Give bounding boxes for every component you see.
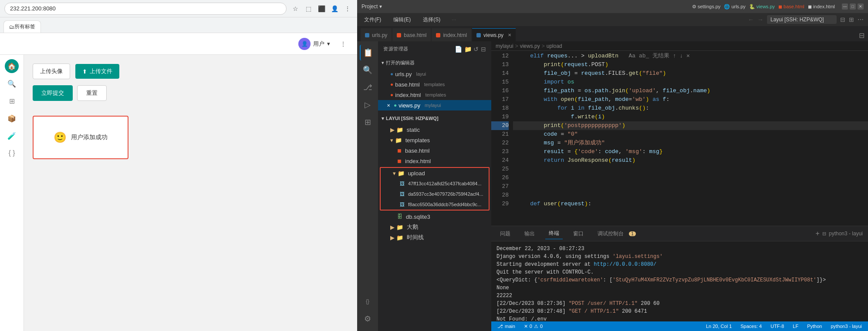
webapp-sidebar-grid[interactable]: ⊞ [5, 94, 19, 108]
activity-git[interactable]: ⎇ [360, 80, 375, 95]
terminal-tab-terminal[interactable]: 终端 [545, 228, 563, 239]
status-eol[interactable]: LF [791, 324, 800, 329]
webapp-sidebar-box[interactable]: 📦 [5, 111, 19, 125]
status-encoding-label: UTF-8 [770, 324, 784, 329]
project-root-header[interactable]: ▾ LAYUI [SSH: HZP&WQ] [378, 112, 491, 124]
open-editors-header[interactable]: ▾ 打开的编辑器 [378, 57, 491, 69]
webapp-sidebar-search[interactable]: 🔍 [5, 77, 19, 90]
status-branch[interactable]: ⎇ main [496, 324, 517, 329]
breadcrumb-sep2: > [542, 43, 545, 49]
activity-explorer[interactable]: 📋 [360, 45, 375, 60]
terminal-content[interactable]: December 22, 2023 - 08:27:23 Django vers… [491, 241, 868, 321]
submit-button[interactable]: 立即提交 [33, 85, 73, 101]
line-numbers: 12 13 14 15 16 17 18 19 20 21 22 23 24 2… [491, 51, 513, 226]
extension-icon[interactable]: ⬚ [303, 3, 314, 14]
urls-py-titlebar-tab[interactable]: 🌐 urls.py [724, 4, 745, 10]
user-menu-button[interactable]: 👤 用户 ▾ [294, 35, 334, 53]
tree-folder-timeline[interactable]: ▶ 📁 时间线 [378, 232, 491, 243]
code-editor[interactable]: 12 13 14 15 16 17 18 19 20 21 22 23 24 2… [491, 51, 868, 226]
menu-file[interactable]: 文件(F) [361, 14, 384, 25]
refresh-icon[interactable]: ↺ [473, 46, 479, 53]
address-input[interactable] [4, 3, 287, 15]
status-line-col[interactable]: Ln 20, Col 1 [704, 324, 733, 329]
star-icon[interactable]: ☆ [290, 3, 301, 14]
close-button[interactable]: ✕ [858, 3, 864, 10]
terminal-add-icon[interactable]: + [816, 230, 820, 237]
tree-templates[interactable]: ▾ 📁 templates [378, 135, 491, 145]
base-html-tree-label: base.html [405, 147, 429, 154]
new-file-icon[interactable]: 📄 [455, 46, 463, 53]
open-file-base-html[interactable]: ● base.html templates [378, 79, 491, 90]
tree-folder-da-e[interactable]: ▶ 📁 大鹅 [378, 222, 491, 232]
activity-debug[interactable]: ▷ [360, 97, 375, 113]
status-errors[interactable]: ✕ 0 ⚠ 0 [522, 324, 544, 329]
terminal-badge: 1 [629, 231, 636, 236]
tab-index-html[interactable]: index.html [432, 28, 471, 41]
code-content[interactable]: elif reques... > uploadBtn Aa ab_ 无结果 ↑ … [513, 51, 868, 226]
close-file-views-icon[interactable]: ✕ [387, 103, 390, 108]
new-folder-icon[interactable]: 📁 [464, 46, 472, 53]
activity-search[interactable]: 🔍 [360, 62, 375, 78]
views-py-titlebar-tab[interactable]: 🐍 views.py [749, 4, 775, 10]
activity-json[interactable]: {} [360, 294, 375, 309]
folder-icon: 🗂 [9, 24, 14, 30]
nav-forward[interactable]: → [757, 16, 763, 23]
tree-upload-file-1[interactable]: 🖼 47ff13cc412a8d25c437fcab4084... [381, 178, 489, 189]
nav-back[interactable]: ← [748, 16, 754, 23]
tree-index-html[interactable]: ◼ index.html [378, 156, 491, 166]
tree-upload-folder[interactable]: ▾ 📁 upload [381, 168, 489, 178]
settings-icon[interactable]: ⋮ [338, 39, 348, 49]
webapp-sidebar-flask[interactable]: 🧪 [5, 129, 19, 143]
more-options-icon[interactable]: ⋯ [858, 16, 864, 23]
minimize-button[interactable]: — [842, 3, 848, 10]
layout-icon[interactable]: ⊟ [840, 16, 845, 23]
index-html-file-icon: ● [390, 92, 393, 98]
activity-extensions[interactable]: ⊞ [360, 114, 375, 130]
browser-tab-folder[interactable]: 🗂 所有标签 [3, 20, 41, 33]
webapp-sidebar-home[interactable]: 🏠 [5, 59, 19, 73]
upload-file-1-label: 47ff13cc412a8d25c437fcab4084... [408, 181, 482, 186]
terminal-tab-output[interactable]: 输出 [521, 228, 538, 239]
upload-file-button[interactable]: ⬆ 上传文件 [75, 64, 119, 79]
cast-icon[interactable]: ⬛ [316, 3, 327, 14]
index-html-titlebar-tab[interactable]: ◼ index.html [808, 4, 835, 10]
tab-views-py[interactable]: views.py ✕ [472, 28, 516, 41]
menu-select[interactable]: 选择(S) [420, 14, 443, 25]
tab-base-html[interactable]: base.html [392, 28, 431, 41]
tab-views-py-close[interactable]: ✕ [508, 33, 511, 37]
base-html-titlebar-tab[interactable]: ◼ base.html [778, 4, 804, 10]
status-python-version[interactable]: python3 - layui [829, 324, 864, 329]
tree-static[interactable]: ▶ 📁 static [378, 124, 491, 135]
open-file-views-py[interactable]: ✕ ● views.py mylayui [378, 100, 491, 110]
tree-upload-file-3[interactable]: 🖼 f8acc6500a36ddcb75edd4bbc9c... [381, 199, 489, 210]
tab-urls-py[interactable]: urls.py [361, 28, 392, 41]
open-file-index-html[interactable]: ● index.html templates [378, 90, 491, 100]
terminal-tab-problems[interactable]: 问题 [496, 228, 514, 239]
search-bar[interactable]: Layui [SSH: HZP&WQ] [767, 15, 837, 24]
collapse-icon[interactable]: ⊟ [481, 46, 486, 53]
upload-avatar-button[interactable]: 上传头像 [33, 64, 70, 79]
tree-upload-file-2[interactable]: 🖼 da5937cc3e4079726b759f42acf4... [381, 189, 489, 199]
status-encoding[interactable]: UTF-8 [769, 324, 786, 329]
open-file-urls-py-name: urls.py [395, 71, 412, 77]
split-editor-icon[interactable]: ⊟ [859, 31, 865, 40]
settings-py-tab[interactable]: ⚙ settings.py [692, 4, 721, 10]
activity-settings[interactable]: ⚙ [360, 311, 375, 327]
terminal-tab-debug[interactable]: 调试控制台 [594, 228, 627, 239]
webapp-sidebar-json[interactable]: { } [5, 146, 19, 160]
profile-icon[interactable]: 👤 [329, 3, 340, 14]
split-icon[interactable]: ⊞ [849, 16, 854, 23]
static-label: static [407, 127, 420, 133]
status-spaces[interactable]: Spaces: 4 [739, 324, 763, 329]
maximize-button[interactable]: □ [850, 3, 856, 10]
tree-db-sqlite3[interactable]: 🗄 db.sqlite3 [378, 211, 491, 222]
menu-edit[interactable]: 编辑(E) [391, 14, 413, 25]
status-language[interactable]: Python [805, 324, 824, 329]
terminal-tab-window[interactable]: 窗口 [570, 228, 587, 239]
more-icon[interactable]: ⋮ [342, 3, 353, 14]
reset-button[interactable]: 重置 [77, 85, 107, 101]
base-html-icon [397, 33, 401, 37]
terminal-split-icon[interactable]: ⊟ [822, 231, 826, 237]
open-file-urls-py[interactable]: ● urls.py layui [378, 69, 491, 79]
tree-base-html[interactable]: ◼ base.html [378, 145, 491, 156]
